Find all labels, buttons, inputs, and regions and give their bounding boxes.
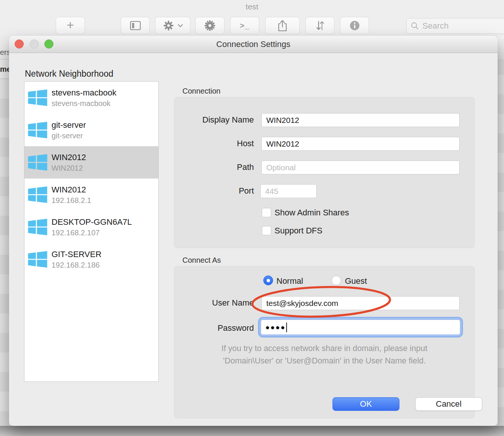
sort-button[interactable] xyxy=(305,17,334,34)
chevron-down-icon xyxy=(178,24,183,28)
server-address: 192.168.2.1 xyxy=(52,195,91,206)
settings-button[interactable] xyxy=(195,17,225,34)
guest-radio-label: Guest xyxy=(345,276,367,286)
terminal-button[interactable]: >_ xyxy=(230,17,259,34)
background-window-title: test xyxy=(0,2,504,11)
display-name-input[interactable] xyxy=(261,113,460,127)
network-neighborhood-heading: Network Neighborhood xyxy=(25,69,113,79)
gear-icon xyxy=(162,20,175,32)
server-address: 192.168.2.107 xyxy=(52,228,132,238)
server-row-git-server-ip[interactable]: GIT-SERVER 192.168.2.186 xyxy=(24,243,158,276)
ok-button[interactable]: OK xyxy=(332,397,399,411)
occluded-tab-text: ers xyxy=(0,36,9,59)
port-input[interactable] xyxy=(260,184,317,198)
server-row-stevens-macbook[interactable]: stevens-macbook stevens-macbook xyxy=(24,82,158,114)
background-bottom-edge xyxy=(0,426,504,436)
show-admin-shares-checkbox[interactable] xyxy=(262,208,271,217)
path-input[interactable] xyxy=(261,160,460,174)
text-caret xyxy=(286,322,287,332)
toggle-sidebar-button[interactable] xyxy=(121,17,150,34)
support-dfs-label: Support DFS xyxy=(275,226,322,236)
server-name: WIN2012 xyxy=(52,151,86,163)
cancel-button[interactable]: Cancel xyxy=(415,397,482,411)
share-icon xyxy=(277,19,288,32)
windows-logo-icon xyxy=(28,251,47,268)
server-list: stevens-macbook stevens-macbook git-serv… xyxy=(24,81,159,382)
info-icon xyxy=(349,20,360,31)
user-name-input[interactable] xyxy=(261,296,460,310)
windows-logo-icon xyxy=(28,186,47,203)
guest-radio[interactable] xyxy=(331,276,341,285)
server-address: git-server xyxy=(52,131,86,141)
password-focus-ring: •••• xyxy=(260,318,461,336)
action-menu-button[interactable] xyxy=(155,17,190,34)
search-input[interactable]: Search xyxy=(406,18,504,34)
host-input[interactable] xyxy=(261,137,460,151)
server-name: WIN2012 xyxy=(52,184,91,195)
server-row-win2012-ip[interactable]: WIN2012 192.168.2.1 xyxy=(24,179,158,211)
search-placeholder: Search xyxy=(422,21,449,31)
occluded-column-header-text: me xyxy=(0,60,9,79)
domain-help-line2: 'Domain\User' or 'User@Domain' in the Us… xyxy=(182,355,466,367)
windows-logo-icon xyxy=(28,219,47,235)
server-address: stevens-macbook xyxy=(52,98,116,109)
port-label: Port xyxy=(167,184,254,198)
background-right-edge xyxy=(498,36,504,426)
connect-as-section-heading: Connect As xyxy=(182,256,221,265)
server-row-desktop-ggn6a7l[interactable]: DESKTOP-GGN6A7L 192.168.2.107 xyxy=(24,211,158,243)
user-name-label: User Name xyxy=(167,296,254,310)
server-row-git-server[interactable]: git-server git-server xyxy=(24,114,158,146)
background-right-edge-header xyxy=(498,36,504,60)
server-address: WIN2012 xyxy=(52,163,86,173)
info-button[interactable] xyxy=(340,17,369,34)
host-label: Host xyxy=(167,137,254,150)
add-button[interactable]: + xyxy=(56,17,85,34)
path-label: Path xyxy=(167,160,254,174)
domain-help-line1: If you try to access network share in do… xyxy=(182,342,466,355)
password-input[interactable]: •••• xyxy=(261,319,460,335)
plus-icon: + xyxy=(67,18,74,33)
server-row-win2012-selected[interactable]: WIN2012 WIN2012 xyxy=(24,146,158,179)
sidebar-icon xyxy=(129,20,141,31)
normal-radio-label: Normal xyxy=(276,276,303,286)
display-name-label: Display Name xyxy=(167,113,254,127)
radio-dot xyxy=(267,279,270,282)
dialog-titlebar: Connection Settings xyxy=(9,36,498,53)
connection-settings-dialog: Connection Settings Network Neighborhood… xyxy=(9,36,498,426)
server-name: stevens-macbook xyxy=(52,87,116,98)
background-left-edge: ers me xyxy=(0,36,9,426)
password-masked-value: •••• xyxy=(266,321,286,333)
terminal-icon: >_ xyxy=(240,21,250,30)
server-name: git-server xyxy=(52,119,86,131)
windows-logo-icon xyxy=(28,122,47,138)
support-dfs-checkbox[interactable] xyxy=(262,226,271,235)
sort-arrows-icon xyxy=(314,20,326,32)
normal-radio[interactable] xyxy=(263,276,273,285)
server-address: 192.168.2.186 xyxy=(52,260,102,270)
gear-sprocket-icon xyxy=(203,19,216,32)
share-button[interactable] xyxy=(265,17,300,34)
search-icon xyxy=(410,21,419,30)
server-name: DESKTOP-GGN6A7L xyxy=(52,216,132,228)
windows-logo-icon xyxy=(28,89,47,106)
connection-section-heading: Connection xyxy=(182,87,220,95)
dialog-title: Connection Settings xyxy=(9,39,498,49)
domain-help-text: If you try to access network share in do… xyxy=(182,342,466,367)
windows-logo-icon xyxy=(28,154,47,171)
show-admin-shares-label: Show Admin Shares xyxy=(275,208,349,218)
server-name: GIT-SERVER xyxy=(52,248,102,260)
password-label: Password xyxy=(167,321,254,335)
